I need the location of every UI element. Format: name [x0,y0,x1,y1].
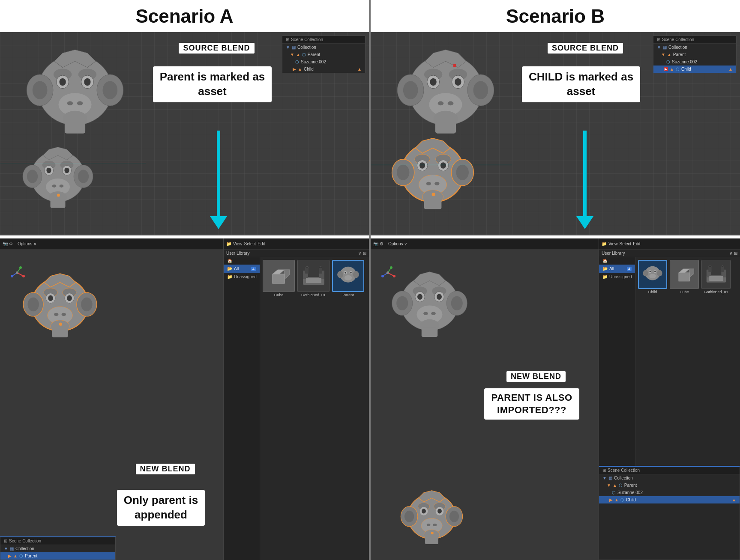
outliner-item-child-a[interactable]: ▶ ▲ Child ▲ [282,66,365,73]
svg-point-114 [432,193,435,196]
outliner-item-collection-a[interactable]: ▼ ▦ Collection [282,44,365,51]
select-label-a: Select [244,241,256,246]
source-blend-label-a: SOURCE BLEND [154,43,279,54]
outliner-child-b-bottom[interactable]: ▶ ▲ ⬡ Child ▲ [599,496,740,503]
asset-nav-home-a[interactable]: 🏠 [224,257,260,265]
svg-point-151 [427,524,431,526]
library-row-b[interactable]: User Library ∨ ⊞ [599,250,740,257]
svg-rect-172 [721,267,724,272]
asset-browser-a: 📁 View Select Edit User Library ∨ ⊞ 🏠 [223,238,369,560]
scenario-a-container: Scenario A [0,0,370,560]
svg-point-149 [437,509,442,513]
svg-point-54 [48,295,53,301]
cube-thumb-b [670,260,699,289]
bed-label-a: GothicBed_01 [301,293,326,297]
asset-nav-all-b[interactable]: 📂 All 4 [599,265,635,273]
svg-point-109 [426,182,431,185]
svg-point-89 [430,78,436,86]
svg-point-83 [403,81,418,99]
asset-browser-toolbar-a: 📁 View Select Edit [224,238,369,250]
asset-desc-b: CHILD is marked as asset [512,66,650,102]
outliner-a-bottom: ⊞ Scene Collection ▼ ▦ Collection ▶ ▲ ⬡ … [0,536,116,560]
svg-point-84 [473,81,488,99]
outliner-parent-a-bottom[interactable]: ▶ ▲ ⬡ Parent [0,552,115,560]
new-blend-label-a: NEW BLEND [111,464,219,474]
svg-point-93 [448,101,453,106]
svg-point-77 [345,272,346,274]
asset-item-child-b[interactable]: Child [638,260,667,294]
asset-browser-toolbar-b: 📁 View Select Edit [599,238,740,250]
library-row-a[interactable]: User Library ∨ ⊞ [224,250,369,257]
svg-point-12 [67,101,73,106]
asset-item-bed-a[interactable]: GothicBed_01 [297,260,330,297]
svg-point-79 [345,275,352,280]
outliner-item-parent-a[interactable]: ▼ ▲ ⬡ Parent [282,51,365,58]
svg-point-90 [455,78,461,86]
asset-grid-a: Cube [260,257,369,560]
outliner-collection-b-bottom[interactable]: ▼ ▦ Collection [599,474,740,482]
asset-item-parent-a[interactable]: Parent [332,260,364,297]
asset-item-bed-b[interactable]: GothicBed_01 [701,260,731,294]
monkey-b-child [379,131,486,225]
svg-point-101 [456,165,469,180]
position-marker-b [453,64,456,67]
svg-point-33 [60,185,64,188]
outliner-suzanne-b-bottom[interactable]: ⬡ Suzanne.002 [599,489,740,496]
outliner-suzanne-b[interactable]: ⬡ Suzanne.002 [653,58,736,66]
svg-point-134 [423,312,428,316]
monkey-svg-a-bottom [13,139,103,223]
parent-label-a: Parent [342,293,354,297]
svg-rect-15 [65,121,85,134]
asset-nav-unassigned-a[interactable]: 📁 Unassigned [224,273,260,281]
scenario-b-header: Scenario B [371,0,740,32]
bed-label-b: GothicBed_01 [704,290,728,294]
asset-nav-unassigned-b[interactable]: 📁 Unassigned [599,273,635,281]
svg-point-10 [84,78,90,86]
svg-point-32 [52,185,57,188]
outliner-child-b-selected[interactable]: ▶ ▲ ⬡ Child ▲ [653,66,736,73]
scenario-b-top-viewport: ⊞ Scene Collection ▼ ▦ Collection ▼ ▲ Pa… [371,32,740,235]
outliner-header-b-bottom: ⊞ Scene Collection [599,467,740,474]
asset-item-cube-b[interactable]: Cube [670,260,699,294]
svg-point-3 [33,81,48,99]
svg-rect-71 [306,278,321,283]
asset-desc-a: Parent is marked as asset [146,66,279,102]
bed-thumb-b [701,260,731,289]
outliner-collection-a-bottom[interactable]: ▼ ▦ Collection [0,545,115,552]
asset-nav-a: 🏠 📂 All 4 📁 Unassigned [224,257,260,560]
asset-nav-home-b[interactable]: 🏠 [599,257,635,265]
svg-point-142 [404,511,414,522]
cyan-arrow-a [210,131,227,229]
arrow-head-b [576,216,593,229]
outliner-header-a-bottom: ⊞ Scene Collection [0,537,115,545]
svg-point-49 [81,298,92,311]
arrow-head-a [210,216,227,229]
svg-rect-154 [425,536,438,545]
child-thumb-b [638,260,667,289]
svg-point-58 [62,313,66,316]
svg-point-92 [438,101,443,106]
options-btn-b[interactable]: Options ∨ [388,241,407,246]
outliner-parent-b-bottom[interactable]: ▼ ▲ ⬡ Parent [599,482,740,489]
svg-point-48 [27,298,39,311]
svg-rect-171 [708,267,711,272]
asset-item-cube-a[interactable]: Cube [263,260,295,297]
outliner-collection-b[interactable]: ▼ ▦ Collection [653,44,736,51]
options-btn-a[interactable]: Options ∨ [18,241,36,246]
outliner-b-top: ⊞ Scene Collection ▼ ▦ Collection ▼ ▲ Pa… [653,36,737,73]
svg-rect-137 [422,328,438,337]
new-blend-label-b: NEW BLEND [478,371,594,382]
svg-point-13 [77,101,83,106]
outliner-parent-b-top[interactable]: ▼ ▲ Parent [653,51,736,58]
svg-point-107 [440,162,446,169]
svg-point-158 [643,270,648,277]
svg-point-126 [451,296,463,310]
viewport-nav-a: 📷 ⚙ Options ∨ [0,238,223,250]
cube-label-a: Cube [274,293,284,297]
asset-nav-all-a[interactable]: 📂 All 4 [224,265,260,273]
svg-point-156 [431,532,434,534]
svg-point-110 [434,182,439,185]
source-blend-label-b: SOURCE BLEND [521,43,650,54]
svg-point-159 [657,270,662,277]
outliner-item-suzanne-a[interactable]: ⬡ Suzanne.002 [282,58,365,66]
